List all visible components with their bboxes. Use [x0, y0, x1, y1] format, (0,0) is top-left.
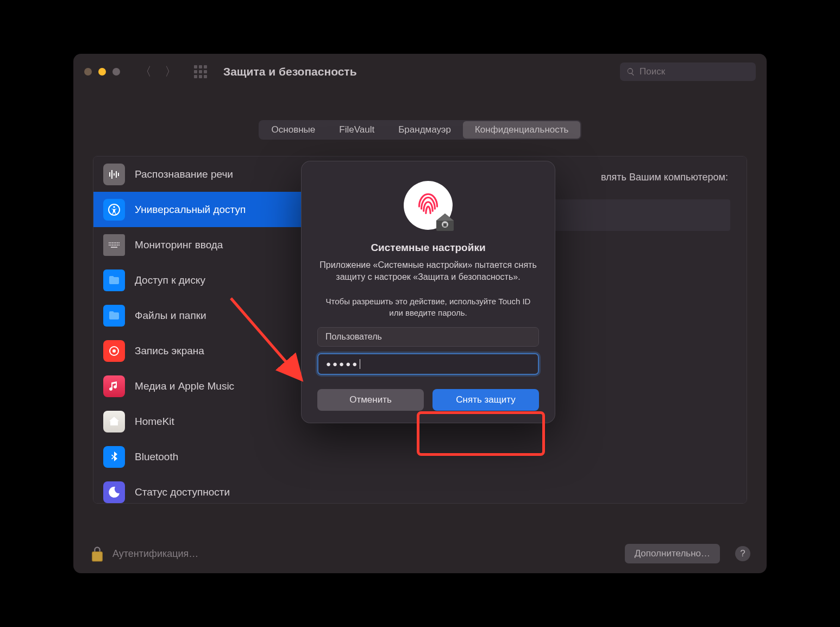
svg-rect-15 [109, 244, 110, 246]
svg-rect-18 [114, 244, 115, 246]
cancel-button[interactable]: Отменить [317, 389, 424, 411]
sidebar-item-full-disk[interactable]: Доступ к диску [93, 262, 310, 298]
search-icon [626, 67, 635, 76]
show-all-prefs-button[interactable] [194, 65, 207, 78]
help-button[interactable]: ? [735, 546, 750, 561]
close-window-button[interactable] [84, 68, 92, 76]
svg-point-6 [113, 206, 115, 208]
username-value: Пользователь [325, 332, 382, 342]
svg-rect-16 [110, 244, 111, 246]
svg-rect-28 [443, 223, 447, 227]
sidebar-item-label: Статус доступности [135, 486, 230, 498]
svg-rect-12 [115, 242, 116, 243]
target-record-icon [103, 340, 125, 362]
sidebar-item-label: HomeKit [135, 416, 174, 428]
sidebar-item-label: Распознавание речи [135, 168, 233, 180]
sidebar-item-focus-status[interactable]: Статус доступности [93, 474, 310, 503]
svg-rect-22 [111, 247, 117, 248]
sidebar-item-accessibility[interactable]: Универсальный доступ [93, 192, 310, 227]
sidebar-item-label: Доступ к диску [135, 274, 205, 286]
sidebar-item-label: Универсальный доступ [135, 204, 246, 216]
touchid-prefs-icon [404, 181, 453, 230]
window-controls [84, 68, 120, 76]
home-icon [103, 411, 125, 432]
svg-rect-4 [118, 173, 119, 176]
lock-icon[interactable] [90, 544, 105, 563]
forward-button[interactable]: 〉 [165, 64, 177, 80]
svg-rect-13 [117, 242, 118, 243]
search-placeholder: Поиск [640, 66, 665, 77]
sidebar-item-label: Файлы и папки [135, 310, 206, 322]
back-button[interactable]: 〈 [140, 64, 152, 80]
lock-bar: Аутентификация… Дополнительно… ? [90, 544, 750, 563]
dialog-instruction: Чтобы разрешить это действие, используйт… [325, 296, 531, 318]
sidebar-item-label: Медиа и Apple Music [135, 380, 234, 392]
advanced-button[interactable]: Дополнительно… [625, 544, 720, 563]
sidebar-item-media[interactable]: Медиа и Apple Music [93, 368, 310, 404]
system-preferences-window: 〈 〉 Защита и безопасность Поиск Основные… [73, 54, 767, 573]
text-cursor [360, 359, 360, 369]
tab-privacy[interactable]: Конфиденциальность [463, 121, 580, 139]
password-field[interactable]: ●●●●● [317, 353, 539, 375]
tab-general[interactable]: Основные [260, 121, 328, 139]
sidebar-item-label: Запись экрана [135, 345, 204, 357]
titlebar: 〈 〉 Защита и безопасность Поиск [73, 54, 767, 90]
sidebar-item-files-folders[interactable]: Файлы и папки [93, 298, 310, 333]
sidebar-item-label: Мониторинг ввода [135, 239, 223, 251]
svg-rect-0 [109, 172, 110, 177]
dialog-message: Приложение «Системные настройки» пытаетс… [319, 259, 537, 284]
folder-icon [103, 269, 125, 291]
svg-rect-8 [109, 242, 110, 243]
svg-rect-17 [112, 244, 113, 246]
auth-status-text: Аутентификация… [112, 548, 198, 560]
tab-firewall[interactable]: Брандмауэр [386, 121, 463, 139]
svg-point-24 [112, 349, 116, 353]
username-field[interactable]: Пользователь [317, 327, 539, 347]
svg-rect-1 [111, 170, 112, 179]
svg-rect-2 [114, 173, 115, 175]
password-dots: ●●●●● [326, 359, 359, 368]
window-title: Защита и безопасность [223, 65, 357, 78]
privacy-sidebar[interactable]: Распознавание речи Универсальный доступ … [93, 156, 310, 503]
auth-dialog: Системные настройки Приложение «Системны… [302, 161, 555, 423]
svg-rect-25 [92, 552, 103, 562]
svg-rect-11 [114, 242, 115, 243]
svg-rect-3 [116, 171, 117, 178]
microphone-bars-icon [103, 164, 125, 185]
svg-rect-10 [112, 242, 113, 243]
unlock-button[interactable]: Снять защиту [432, 389, 539, 411]
folder-icon [103, 305, 125, 327]
bluetooth-icon [103, 446, 125, 468]
keyboard-icon [103, 234, 125, 256]
svg-rect-19 [115, 244, 116, 246]
tab-filevault[interactable]: FileVault [327, 121, 386, 139]
search-field[interactable]: Поиск [620, 62, 756, 81]
dialog-buttons: Отменить Снять защиту [316, 389, 541, 411]
svg-rect-9 [110, 242, 111, 243]
zoom-window-button[interactable] [112, 68, 120, 76]
tab-bar: Основные FileVault Брандмауэр Конфиденци… [73, 120, 767, 140]
accessibility-icon [103, 199, 125, 221]
svg-rect-20 [117, 244, 118, 246]
sidebar-item-bluetooth[interactable]: Bluetooth [93, 439, 310, 474]
sidebar-item-homekit[interactable]: HomeKit [93, 404, 310, 439]
sidebar-item-input-monitoring[interactable]: Мониторинг ввода [93, 227, 310, 262]
nav-buttons: 〈 〉 [140, 64, 177, 80]
dialog-title: Системные настройки [371, 242, 485, 254]
moon-icon [103, 481, 125, 503]
music-note-icon [103, 375, 125, 397]
minimize-window-button[interactable] [98, 68, 106, 76]
sidebar-item-screen-recording[interactable]: Запись экрана [93, 333, 310, 368]
svg-rect-14 [118, 242, 120, 243]
sidebar-item-speech[interactable]: Распознавание речи [93, 156, 310, 192]
sidebar-item-label: Bluetooth [135, 451, 178, 463]
svg-rect-21 [118, 244, 120, 246]
